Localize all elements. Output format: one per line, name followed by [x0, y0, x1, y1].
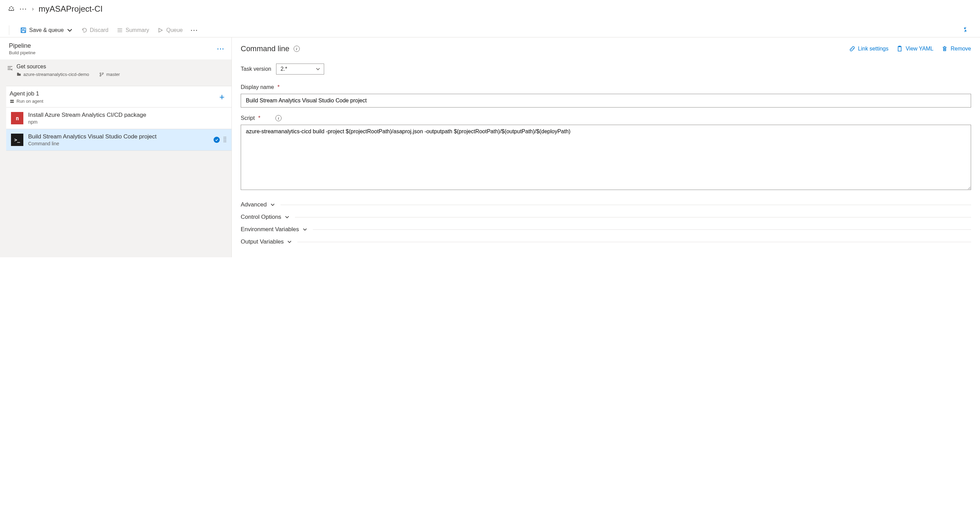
- svg-point-15: [225, 141, 226, 142]
- repo-icon: [16, 72, 21, 77]
- chevron-right-icon: ›: [32, 6, 33, 12]
- list-icon: [117, 27, 123, 33]
- save-queue-button[interactable]: Save & queue: [19, 26, 73, 35]
- link-settings-button[interactable]: Link settings: [849, 46, 889, 52]
- display-name-input[interactable]: [241, 94, 971, 107]
- chevron-down-icon: [67, 27, 73, 33]
- svg-point-11: [225, 138, 226, 139]
- output-vars-expander[interactable]: Output Variables: [241, 236, 971, 248]
- collapse-icon[interactable]: [962, 26, 968, 34]
- svg-point-9: [225, 137, 226, 137]
- page-title: myASAProject-CI: [38, 4, 103, 14]
- svg-point-13: [225, 140, 226, 140]
- svg-rect-2: [22, 30, 25, 33]
- pipeline-header[interactable]: Pipeline Build pipeline ⋯: [0, 37, 231, 59]
- add-task-button[interactable]: +: [220, 92, 224, 102]
- queue-button[interactable]: Queue: [157, 26, 183, 35]
- server-icon: [10, 99, 14, 104]
- check-icon: [213, 137, 220, 143]
- agent-job-row[interactable]: Agent job 1 Run on agent +: [6, 86, 231, 107]
- script-textarea[interactable]: azure-streamanalytics-cicd build -projec…: [241, 125, 971, 190]
- advanced-expander[interactable]: Advanced: [241, 199, 971, 211]
- svg-point-14: [224, 141, 224, 142]
- get-sources-row[interactable]: Get sources azure-streamanalytics-cicd-d…: [0, 59, 231, 81]
- svg-rect-1: [22, 28, 24, 30]
- link-icon: [849, 46, 855, 52]
- info-icon[interactable]: i: [294, 46, 300, 52]
- undo-icon: [81, 27, 87, 33]
- toolbar-more-icon[interactable]: ⋯: [190, 26, 198, 34]
- sources-icon: [7, 65, 13, 71]
- svg-point-10: [224, 138, 224, 139]
- task-row[interactable]: >_ Build Stream Analytics Visual Studio …: [6, 129, 231, 151]
- chevron-down-icon: [287, 239, 292, 244]
- toolbar-divider: [9, 26, 9, 35]
- env-vars-expander[interactable]: Environment Variables: [241, 223, 971, 236]
- svg-rect-6: [10, 100, 14, 101]
- display-name-label: Display name *: [241, 84, 971, 90]
- task-row[interactable]: n Install Azure Stream Analytics CI/CD p…: [6, 107, 231, 129]
- toolbar: Save & queue Discard Summary Queue ⋯: [0, 18, 980, 37]
- summary-button[interactable]: Summary: [116, 26, 150, 35]
- discard-button[interactable]: Discard: [80, 26, 109, 35]
- task-detail-panel: Command line i Link settings View YAML R…: [231, 37, 980, 257]
- svg-point-3: [100, 72, 101, 74]
- remove-button[interactable]: Remove: [942, 46, 971, 52]
- clipboard-icon: [897, 46, 903, 52]
- save-icon: [20, 27, 26, 33]
- pipeline-tree-panel: Pipeline Build pipeline ⋯ Get sources az…: [0, 37, 231, 257]
- view-yaml-button[interactable]: View YAML: [897, 46, 933, 52]
- svg-point-12: [224, 140, 224, 140]
- breadcrumb-more-icon[interactable]: ⋯: [19, 5, 27, 13]
- task-version-label: Task version: [241, 66, 271, 72]
- task-version-select[interactable]: 2.*: [276, 64, 324, 75]
- chevron-down-icon: [315, 67, 320, 72]
- terminal-icon: >_: [11, 134, 23, 146]
- pipeline-more-icon[interactable]: ⋯: [217, 45, 224, 53]
- trash-icon: [942, 46, 948, 52]
- drag-handle-icon[interactable]: [223, 136, 227, 143]
- chevron-down-icon: [285, 215, 290, 220]
- play-icon: [157, 27, 164, 33]
- control-options-expander[interactable]: Control Options: [241, 211, 971, 223]
- breadcrumb: ⋯ › myASAProject-CI: [0, 0, 980, 18]
- info-icon[interactable]: i: [275, 115, 282, 121]
- chevron-down-icon: [302, 227, 307, 232]
- npm-icon: n: [11, 112, 23, 124]
- svg-point-4: [100, 75, 101, 76]
- detail-title: Command line i: [241, 44, 300, 53]
- svg-rect-16: [898, 46, 901, 51]
- svg-point-5: [102, 72, 104, 74]
- script-label: Script * i: [241, 115, 971, 121]
- pipeline-icon: [8, 6, 14, 12]
- svg-point-8: [224, 137, 224, 137]
- branch-icon: [99, 72, 104, 77]
- svg-rect-7: [10, 101, 14, 103]
- chevron-down-icon: [270, 202, 275, 207]
